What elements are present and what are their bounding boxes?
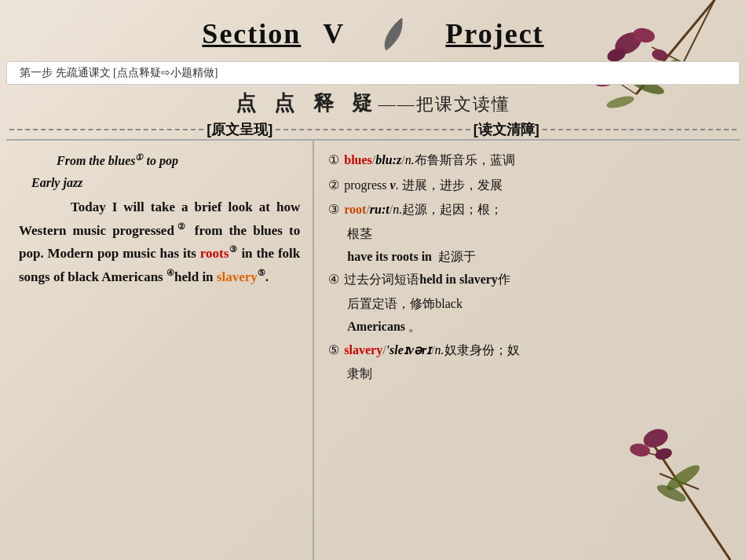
project-label: Project [445,17,543,50]
subtitle-main: 点 点 释 疑——把课文读懂 [236,91,510,115]
body-text: Today I will take a brief look at how We… [19,196,300,289]
section-label: Section [202,17,301,50]
left-section-label: [原文呈现] [207,120,272,139]
divider-line-right [543,129,737,130]
feather-icon [375,14,414,53]
main-content: Section V Project 第一步 先疏通课文 [点点释疑⇨小题精做] … [0,0,746,560]
entry-blues: ① blues / blu:z / n. 布鲁斯音乐，蓝调 [328,148,726,172]
entry-root: ③ root / ru:t / n. 起源，起因；根； [328,198,726,221]
divider-line-left [9,129,203,130]
step-bar-text: 第一步 先疏通课文 [点点释疑⇨小题精做] [20,67,218,79]
subtitle-suffix: ——把课文读懂 [378,94,510,114]
entry-participle-extra: 后置定语，修饰black Americans 。 [328,293,726,339]
divider-row: [原文呈现] [读文清障] [6,120,740,139]
entry-slavery-extra: 隶制 [328,363,726,386]
entry-root-extra: 根茎 have its roots in 起源于 [328,223,726,269]
header: Section V Project [0,0,746,61]
right-column: ① blues / blu:z / n. 布鲁斯音乐，蓝调 ② progress… [314,141,740,560]
roman-numeral: V [323,17,343,50]
left-column: From the blues① to pop Early jazz Today … [6,141,314,560]
entry-participle: ④ 过去分词短语 held in slavery 作 [328,268,726,291]
content-columns: From the blues① to pop Early jazz Today … [6,139,740,560]
divider-line-mid [276,129,470,130]
step-bar: 第一步 先疏通课文 [点点释疑⇨小题精做] [6,61,740,85]
entry-progress: ② progress v . 进展，进步，发展 [328,174,726,197]
right-section-label: [读文清障] [474,120,539,139]
entry-slavery: ⑤ slavery / 'sleɪvərɪ / n. 奴隶身份；奴 [328,339,726,362]
intro-text: From the blues① to pop Early jazz [19,150,300,193]
